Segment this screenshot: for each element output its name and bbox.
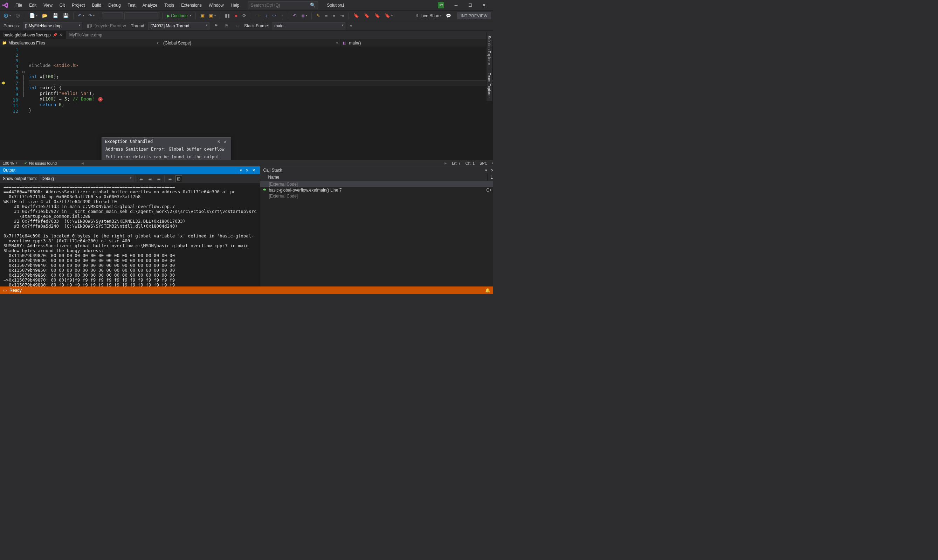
- menu-file[interactable]: File: [12, 1, 26, 10]
- indent-icon[interactable]: ⇥: [338, 12, 346, 19]
- feedback-icon[interactable]: 💬: [446, 13, 451, 18]
- menu-build[interactable]: Build: [89, 1, 105, 10]
- bookmark-prev-icon[interactable]: 🔖: [362, 12, 371, 19]
- step-over-icon[interactable]: ⤻: [271, 12, 278, 19]
- lifecycle-events-icon[interactable]: ◧ Lifecycle Events ▾: [85, 22, 128, 29]
- minimize-button[interactable]: ─: [449, 3, 463, 8]
- callstack-col-name[interactable]: Name: [265, 174, 487, 181]
- callstack-rows[interactable]: [External Code]basic-global-overflow.exe…: [260, 181, 493, 286]
- search-box[interactable]: 🔍: [248, 2, 318, 9]
- debugbar-overflow-icon[interactable]: ▾: [348, 22, 354, 29]
- callstack-pin-icon[interactable]: ⤧: [489, 168, 493, 173]
- spaces-indicator[interactable]: SPC: [480, 161, 487, 165]
- callstack-row[interactable]: [External Code]: [260, 181, 493, 187]
- output-dropdown-icon[interactable]: ▾: [238, 168, 244, 173]
- menu-tools[interactable]: Tools: [161, 1, 178, 10]
- issues-text[interactable]: No issues found: [29, 161, 57, 165]
- save-button[interactable]: 💾: [51, 12, 60, 19]
- bookmark-icon[interactable]: 🔖: [352, 12, 361, 19]
- line-indicator[interactable]: Ln: 7: [452, 161, 460, 165]
- search-icon[interactable]: 🔍: [310, 2, 315, 8]
- zoom-level[interactable]: 100 %: [3, 161, 14, 165]
- stop-button[interactable]: ■: [233, 12, 239, 19]
- uncomment-icon[interactable]: ≡: [331, 12, 337, 19]
- window-icon-2[interactable]: ▣▾: [208, 12, 217, 19]
- menu-view[interactable]: View: [40, 1, 56, 10]
- stackframe-combo[interactable]: main: [272, 22, 345, 29]
- thread-tool2-icon[interactable]: ↔: [233, 22, 241, 29]
- nav-member-combo[interactable]: ◧ main(): [340, 39, 493, 46]
- nav-forward-button[interactable]: [14, 12, 22, 19]
- fold-column[interactable]: ⊟││││: [22, 47, 29, 160]
- show-next-statement-icon[interactable]: →: [254, 12, 262, 19]
- menu-help[interactable]: Help: [227, 1, 243, 10]
- live-share-label[interactable]: Live Share: [421, 13, 441, 18]
- menu-test[interactable]: Test: [125, 1, 139, 10]
- output-text[interactable]: ========================================…: [0, 183, 260, 286]
- tab-close-icon[interactable]: ✕: [59, 32, 62, 37]
- menu-extensions[interactable]: Extensions: [178, 1, 205, 10]
- save-all-button[interactable]: 💾: [61, 12, 71, 19]
- thread-combo[interactable]: [74992] Main Thread: [148, 22, 209, 29]
- doc-tab-inactive[interactable]: MyFileName.dmp: [66, 31, 106, 39]
- h-scroll-left-icon[interactable]: ◀: [81, 162, 84, 165]
- menu-analyze[interactable]: Analyze: [139, 1, 161, 10]
- bookmark-clear-dropdown[interactable]: 🔖▾: [383, 12, 394, 19]
- output-wrap-icon[interactable]: ≣: [167, 175, 174, 182]
- bookmark-next-icon[interactable]: 🔖: [373, 12, 382, 19]
- h-scroll-right-icon[interactable]: ▶: [444, 162, 447, 165]
- output-source-combo[interactable]: Debug: [39, 175, 134, 182]
- code-editor[interactable]: 123456789101112 ⊟││││ #include <stdio.h>…: [0, 47, 493, 160]
- char-indicator[interactable]: Ch: 1: [466, 161, 475, 165]
- close-button[interactable]: ✕: [477, 3, 491, 8]
- notifications-icon[interactable]: 🔔: [485, 288, 491, 293]
- side-tab-team-explorer[interactable]: Team Explorer: [486, 69, 492, 101]
- exception-pin-icon[interactable]: ⤧: [215, 139, 222, 144]
- config-dropdown-2[interactable]: [125, 12, 159, 19]
- nav-project-combo[interactable]: 📁 Miscellaneous Files: [0, 39, 161, 46]
- menu-project[interactable]: Project: [68, 1, 88, 10]
- config-dropdown-1[interactable]: [102, 12, 123, 19]
- callstack-row[interactable]: [External Code]: [260, 193, 493, 199]
- intellitrace-dropdown[interactable]: ◈▾: [300, 12, 309, 19]
- step-out-icon[interactable]: ↑: [279, 12, 285, 19]
- pin-icon[interactable]: 📌: [53, 33, 57, 37]
- output-close-icon[interactable]: ✕: [251, 168, 257, 173]
- callstack-dropdown-icon[interactable]: ▾: [483, 168, 489, 173]
- output-pin-icon[interactable]: ⤧: [244, 168, 251, 173]
- thread-tool-icon[interactable]: ⚑: [223, 22, 231, 29]
- new-item-dropdown[interactable]: 📄▾: [28, 12, 39, 19]
- menu-git[interactable]: Git: [56, 1, 68, 10]
- maximize-button[interactable]: ☐: [463, 3, 477, 8]
- nav-scope-combo[interactable]: (Global Scope): [161, 39, 340, 46]
- open-folder-button[interactable]: 📂: [40, 12, 49, 19]
- restart-button[interactable]: ⟳: [241, 12, 248, 19]
- output-toggle-icon[interactable]: ⊞: [175, 175, 182, 182]
- lineend-indicator[interactable]: CRLF: [492, 161, 493, 165]
- callstack-row[interactable]: basic-global-overflow.exe!main() Line 7C…: [260, 187, 493, 193]
- step-back-icon[interactable]: ↶: [291, 12, 298, 19]
- pause-button[interactable]: ▮▮: [223, 12, 232, 19]
- thread-flag-icon[interactable]: ⚑: [212, 22, 220, 29]
- process-combo[interactable]: [] MyFileName.dmp: [23, 22, 82, 29]
- window-icon-1[interactable]: ▣: [198, 12, 206, 19]
- continue-button[interactable]: ▶Continue▾: [165, 12, 193, 19]
- user-badge[interactable]: JR: [438, 2, 444, 8]
- zoom-dropdown-icon[interactable]: ▾: [16, 162, 17, 165]
- redo-dropdown[interactable]: ↷▾: [87, 12, 96, 19]
- highlight-icon[interactable]: ✎: [315, 12, 322, 19]
- output-next-icon[interactable]: ≣: [155, 175, 162, 182]
- live-share-icon[interactable]: ⇪: [415, 13, 419, 18]
- menu-debug[interactable]: Debug: [105, 1, 124, 10]
- step-into-icon[interactable]: ↓: [263, 12, 269, 19]
- menu-window[interactable]: Window: [205, 1, 227, 10]
- undo-dropdown[interactable]: ↶▾: [76, 12, 86, 19]
- side-tab-solution-explorer[interactable]: Solution Explorer: [486, 32, 492, 69]
- callstack-col-lang[interactable]: Lang: [487, 174, 493, 181]
- output-clear-icon[interactable]: ≣: [138, 175, 145, 182]
- search-input[interactable]: [251, 3, 310, 8]
- comment-icon[interactable]: ≡: [323, 12, 330, 19]
- doc-tab-active[interactable]: basic-global-overflow.cpp 📌 ✕: [0, 31, 66, 39]
- output-prev-icon[interactable]: ≣: [147, 175, 154, 182]
- code-lines[interactable]: #include <stdio.h>int x[100];int main() …: [29, 47, 493, 160]
